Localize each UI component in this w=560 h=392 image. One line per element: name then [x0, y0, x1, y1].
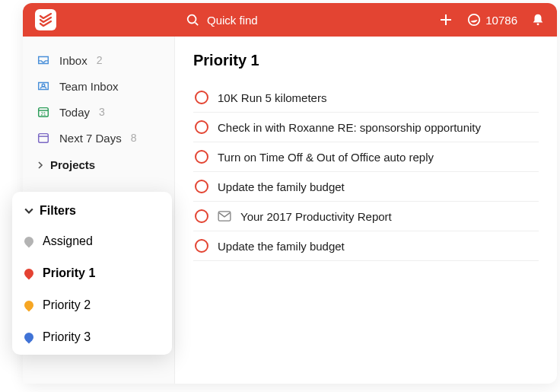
- chevron-down-icon: [24, 206, 33, 215]
- sidebar-section-projects[interactable]: Projects: [23, 151, 174, 177]
- task-checkbox[interactable]: [195, 209, 208, 223]
- task-row[interactable]: Update the family budget: [193, 172, 539, 202]
- drop-icon: [23, 299, 36, 312]
- task-checkbox[interactable]: [195, 150, 208, 164]
- task-checkbox[interactable]: [195, 180, 208, 193]
- search-icon: [186, 13, 199, 27]
- karma-icon: [467, 13, 481, 27]
- sidebar-item-inbox[interactable]: Inbox 2: [23, 47, 174, 73]
- sidebar-item-count: 8: [131, 132, 137, 144]
- filters-heading-row[interactable]: Filters: [12, 196, 172, 225]
- svg-point-4: [469, 14, 479, 25]
- main-content: Priority 1 10K Run 5 kilometersCheck in …: [175, 37, 557, 384]
- drop-icon: [23, 235, 36, 248]
- drop-icon: [23, 331, 36, 344]
- task-checkbox[interactable]: [195, 91, 208, 104]
- filter-label: Priority 1: [43, 266, 95, 280]
- svg-point-5: [537, 23, 539, 25]
- task-checkbox[interactable]: [195, 239, 208, 253]
- svg-point-0: [188, 15, 196, 24]
- sidebar-item-team-inbox[interactable]: Team Inbox: [23, 73, 174, 99]
- task-row[interactable]: Turn on Time Off & Out of Office auto re…: [193, 142, 539, 172]
- team-inbox-icon: [37, 79, 50, 93]
- sidebar-item-label: Inbox: [59, 54, 88, 67]
- task-title: Update the family budget: [218, 240, 345, 253]
- task-title: Your 2017 Productivity Report: [240, 210, 392, 223]
- today-icon: 21: [37, 105, 50, 119]
- filters-heading: Filters: [40, 204, 76, 218]
- filter-label: Priority 3: [43, 330, 91, 344]
- drop-icon: [23, 267, 36, 280]
- svg-line-1: [196, 23, 199, 26]
- filter-item-priority-2[interactable]: Priority 2: [12, 289, 172, 321]
- sidebar-item-count: 2: [97, 54, 103, 66]
- sidebar-item-count: 3: [99, 106, 105, 118]
- task-title: Update the family budget: [218, 180, 345, 193]
- inbox-icon: [37, 53, 50, 67]
- task-row[interactable]: Your 2017 Productivity Report: [193, 202, 539, 231]
- mail-icon: [218, 211, 231, 221]
- task-title: Check in with Roxanne RE: sponsorship op…: [218, 121, 481, 134]
- add-task-icon[interactable]: [438, 12, 453, 27]
- filters-popover: Filters Assigned Priority 1 Priority 2 P…: [12, 192, 172, 355]
- todoist-icon: [39, 13, 52, 27]
- notifications-icon[interactable]: [531, 13, 545, 27]
- task-row[interactable]: Check in with Roxanne RE: sponsorship op…: [193, 113, 539, 142]
- top-actions: 10786: [438, 12, 545, 27]
- task-checkbox[interactable]: [195, 120, 208, 134]
- sidebar-item-next7days[interactable]: Next 7 Days 8: [23, 125, 174, 151]
- calendar-icon: [37, 131, 50, 145]
- quick-find-placeholder: Quick find: [207, 14, 258, 27]
- sidebar-item-label: Team Inbox: [59, 80, 119, 93]
- topbar: Quick find 10786: [23, 3, 557, 37]
- filter-label: Priority 2: [43, 298, 91, 312]
- sidebar-item-today[interactable]: 21 Today 3: [23, 99, 174, 125]
- filter-item-assigned[interactable]: Assigned: [12, 225, 172, 257]
- quick-find[interactable]: Quick find: [186, 13, 438, 27]
- page-title: Priority 1: [193, 52, 539, 69]
- filter-item-priority-3[interactable]: Priority 3: [12, 321, 172, 353]
- app-logo[interactable]: [35, 9, 56, 30]
- svg-rect-10: [39, 134, 49, 143]
- chevron-right-icon: [37, 161, 44, 169]
- karma-score[interactable]: 10786: [467, 13, 517, 27]
- sidebar-item-label: Next 7 Days: [59, 132, 122, 145]
- filter-label: Assigned: [43, 234, 93, 248]
- projects-label: Projects: [50, 158, 95, 171]
- svg-rect-15: [218, 212, 231, 221]
- svg-text:21: 21: [40, 111, 46, 116]
- filter-item-priority-1[interactable]: Priority 1: [12, 257, 172, 289]
- task-row[interactable]: Update the family budget: [193, 231, 539, 261]
- task-title: Turn on Time Off & Out of Office auto re…: [218, 151, 434, 164]
- task-title: 10K Run 5 kilometers: [218, 91, 326, 104]
- task-row[interactable]: 10K Run 5 kilometers: [193, 83, 539, 113]
- karma-points: 10786: [485, 14, 517, 27]
- sidebar-item-label: Today: [59, 106, 90, 119]
- task-list: 10K Run 5 kilometersCheck in with Roxann…: [193, 83, 539, 261]
